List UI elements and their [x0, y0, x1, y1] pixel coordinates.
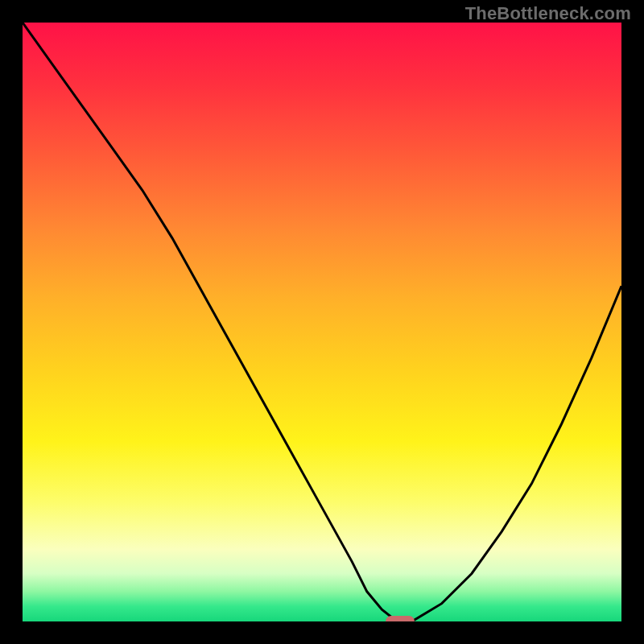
- watermark-text: TheBottleneck.com: [465, 3, 631, 24]
- plot-area: [23, 23, 621, 621]
- chart-canvas: [23, 23, 621, 621]
- chart-frame: TheBottleneck.com: [0, 0, 644, 644]
- optimal-marker: [386, 616, 415, 621]
- gradient-background: [23, 23, 621, 621]
